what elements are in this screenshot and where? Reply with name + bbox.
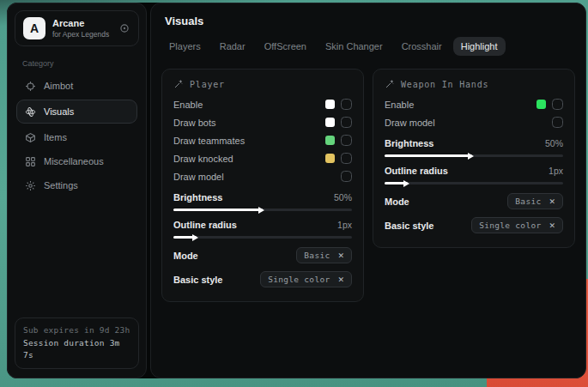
slider-value: 1px [549,166,563,176]
basic-style-tag[interactable]: Single color ✕ [260,271,352,287]
color-swatch[interactable] [325,118,335,127]
crosshair-icon [25,81,36,92]
sidebar-item-label: Items [44,132,67,142]
app-name: Arcane [52,18,112,30]
overlay-window: A Arcane for Apex Legends Category Aimbo [7,3,585,378]
sub-expires-text: Sub expires in 9d 23h [23,324,130,337]
checkbox[interactable] [341,99,352,110]
slider[interactable] [173,236,352,239]
slider-value: 1px [337,220,352,230]
basic-style-tag[interactable]: Single color ✕ [471,217,563,233]
tab-highlight[interactable]: Highlight [453,37,506,56]
toggle-row-draw-model: Draw model [173,167,352,185]
player-panel: Player Enable Draw bots [161,69,364,302]
slider-thumb[interactable] [403,180,413,187]
sidebar-item-label: Visuals [44,106,74,117]
slider-value: 50% [545,138,563,148]
slider-thumb[interactable] [468,153,477,160]
brightness-slider-block: Brightness 50% [173,190,352,211]
close-icon[interactable]: ✕ [337,275,344,284]
checkbox[interactable] [552,117,563,128]
slider[interactable] [385,154,563,157]
sidebar-item-label: Aimbot [44,81,73,91]
panels-container: Player Enable Draw bots [151,63,585,308]
atom-icon [25,106,36,118]
brightness-slider-block: Brightness 50% [385,136,563,157]
color-swatch[interactable] [325,136,335,145]
slider[interactable] [173,209,352,211]
sidebar-item-visuals[interactable]: Visuals [16,100,137,124]
checkbox[interactable] [341,135,352,146]
close-icon[interactable]: ✕ [337,251,344,260]
tab-offscreen[interactable]: OffScreen [257,37,314,56]
close-icon[interactable]: ✕ [549,221,555,230]
toggle-row-draw-teammates: Draw teammates [173,131,352,149]
basic-style-select-row: Basic style Single color ✕ [385,215,563,236]
panel-title: Weapon In Hands [401,80,488,89]
checkbox[interactable] [341,153,352,164]
toggle-row-draw-knocked: Draw knocked [173,149,352,167]
panel-title: Player [190,80,225,89]
mode-tag[interactable]: Basic ✕ [507,193,563,209]
toggle-row-draw-model: Draw model [385,113,563,131]
weapon-in-hands-panel: Weapon In Hands Enable Draw model [373,69,575,248]
checkbox[interactable] [341,117,352,128]
checkbox[interactable] [552,99,563,110]
cube-icon [25,132,36,143]
color-swatch[interactable] [325,100,335,109]
slider-value: 50% [334,192,352,203]
gear-icon [25,180,36,191]
tab-bar: Players Radar OffScreen Skin Changer Cro… [151,35,585,63]
toggle-row-draw-bots: Draw bots [173,113,352,131]
mode-select-row: Mode Basic ✕ [173,245,352,266]
page-title: Visuals [151,3,585,35]
checkbox[interactable] [341,171,352,182]
wand-icon [173,79,184,89]
grid-icon [25,156,36,167]
wand-icon [385,79,395,89]
sidebar-item-label: Miscellaneous [44,156,104,166]
sidebar-item-aimbot[interactable]: Aimbot [16,76,137,96]
outline-radius-slider-block: Outline radius 1px [173,217,352,239]
close-icon[interactable]: ✕ [549,197,555,206]
sidebar-item-items[interactable]: Items [16,127,137,148]
mode-tag[interactable]: Basic ✕ [296,247,352,263]
sidebar-item-miscellaneous[interactable]: Miscellaneous [16,151,137,172]
outline-radius-slider-block: Outline radius 1px [385,163,563,184]
session-duration-text: Session duration 3m 7s [23,337,130,362]
tab-skin-changer[interactable]: Skin Changer [318,37,391,56]
sidebar: A Arcane for Apex Legends Category Aimbo [7,3,147,378]
slider-thumb[interactable] [258,207,268,214]
sidebar-item-label: Settings [44,180,78,190]
basic-style-select-row: Basic style Single color ✕ [173,269,352,290]
sidebar-item-settings[interactable]: Settings [16,175,137,196]
sidebar-header: A Arcane for Apex Legends [15,10,139,46]
toggle-row-enable: Enable [385,95,563,113]
slider[interactable] [385,182,563,184]
color-swatch[interactable] [536,100,546,109]
slider-thumb[interactable] [192,234,202,241]
tab-crosshair[interactable]: Crosshair [394,37,450,56]
tab-players[interactable]: Players [161,37,209,56]
mode-select-row: Mode Basic ✕ [385,190,563,212]
main-panel: Visuals Players Radar OffScreen Skin Cha… [150,3,586,378]
subscription-info-box: Sub expires in 9d 23h Session duration 3… [15,317,139,369]
color-swatch[interactable] [325,154,335,163]
app-logo: A [23,17,45,39]
tab-radar[interactable]: Radar [212,37,253,56]
target-icon[interactable] [118,22,130,34]
app-subtitle: for Apex Legends [52,30,112,39]
toggle-row-enable: Enable [173,95,352,113]
category-label: Category [22,59,131,68]
